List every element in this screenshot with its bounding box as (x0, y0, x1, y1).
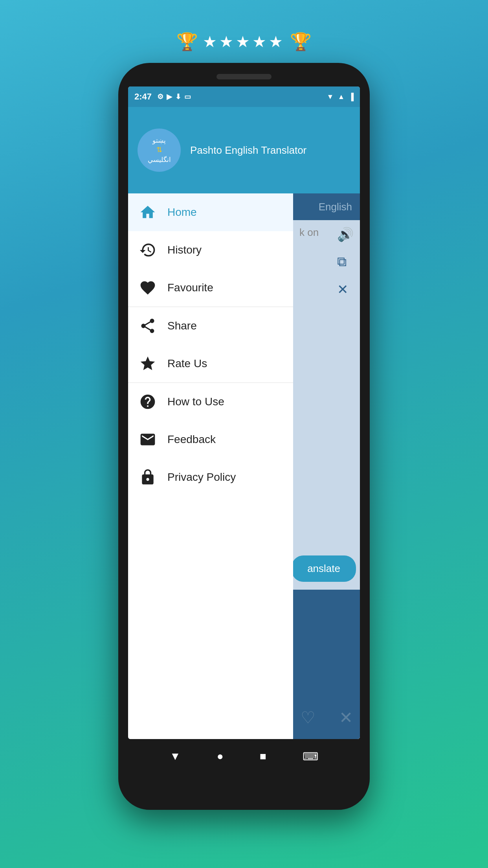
translate-area: k on 🔊 ⧉ ✕ anslate (293, 220, 360, 590)
nav-item-feedback[interactable]: Feedback (128, 421, 293, 458)
status-right-icons: ▼ ▲ ▐ (327, 93, 354, 101)
result-heart-icon[interactable]: ♡ (301, 708, 316, 727)
translate-button[interactable]: anslate (293, 555, 356, 582)
nav-label-favourite: Favourite (167, 281, 213, 294)
nav-item-home[interactable]: Home (128, 193, 293, 231)
close-icon[interactable]: ✕ (337, 281, 354, 297)
nav-label-history: History (167, 244, 202, 256)
nav-label-home: Home (167, 206, 197, 219)
logo-english: انگليسي (148, 155, 171, 165)
result-area: ♡ ✕ (293, 590, 360, 739)
signal-icon: ▲ (338, 93, 345, 101)
rating-area: 🏆 ★★★★★ 🏆 (176, 31, 312, 52)
sd-icon: ▭ (184, 92, 191, 101)
copy-icon[interactable]: ⧉ (337, 254, 354, 270)
phone-speaker (216, 74, 272, 79)
phone-device: 2:47 ⚙ ▶ ⬇ ▭ ▼ ▲ ▐ پښتو ⇅ انگليسي Pashto… (118, 63, 370, 810)
app-logo: پښتو ⇅ انگليسي (138, 129, 181, 172)
phone-nav-bar: ▼ ● ■ ⌨ (128, 741, 360, 772)
nav-item-how-to-use[interactable]: How to Use (128, 383, 293, 421)
logo-pashto: پښتو (152, 136, 166, 145)
trophy-right-icon: 🏆 (290, 31, 312, 52)
recent-button[interactable]: ■ (260, 750, 266, 763)
nav-item-history[interactable]: History (128, 231, 293, 269)
nav-label-share: Share (167, 320, 197, 332)
share-icon (139, 317, 156, 335)
app-header: پښتو ⇅ انگليسي Pashto English Translator (128, 107, 360, 193)
main-content: English k on 🔊 ⧉ ✕ anslate ♡ ✕ (293, 193, 360, 739)
side-icons: 🔊 ⧉ ✕ (337, 226, 354, 297)
nav-item-rate-us[interactable]: Rate Us (128, 345, 293, 383)
translate-button-label: anslate (307, 563, 340, 574)
play-icon: ▶ (167, 92, 172, 101)
feedback-email-icon (139, 431, 156, 448)
settings-icon: ⚙ (157, 92, 163, 101)
status-bar: 2:47 ⚙ ▶ ⬇ ▭ ▼ ▲ ▐ (128, 86, 360, 107)
logo-arrows: ⇅ (156, 145, 162, 155)
nav-label-how-to-use: How to Use (167, 395, 224, 408)
nav-item-privacy-policy[interactable]: Privacy Policy (128, 458, 293, 496)
result-close-icon[interactable]: ✕ (339, 708, 353, 727)
nav-label-rate-us: Rate Us (167, 357, 207, 370)
question-icon (139, 393, 156, 410)
phone-screen: 2:47 ⚙ ▶ ⬇ ▭ ▼ ▲ ▐ پښتو ⇅ انگليسي Pashto… (128, 86, 360, 739)
history-icon (139, 241, 156, 259)
screen-content: Home History (128, 193, 360, 739)
nav-label-feedback: Feedback (167, 433, 216, 446)
stars: ★★★★★ (203, 33, 285, 51)
keyboard-button[interactable]: ⌨ (303, 750, 318, 763)
trophy-left-icon: 🏆 (176, 31, 198, 52)
rate-star-icon (139, 355, 156, 372)
status-icons: ⚙ ▶ ⬇ ▭ (157, 92, 191, 101)
volume-icon[interactable]: 🔊 (337, 226, 354, 242)
favourite-icon (139, 279, 156, 296)
home-icon (139, 204, 156, 221)
privacy-lock-icon (139, 469, 156, 486)
nav-label-privacy-policy: Privacy Policy (167, 471, 236, 484)
battery-icon: ▐ (349, 93, 354, 101)
status-time: 2:47 (134, 92, 152, 102)
language-bar: English (293, 193, 360, 220)
nav-item-favourite[interactable]: Favourite (128, 269, 293, 307)
wifi-icon: ▼ (327, 93, 334, 101)
back-button[interactable]: ▼ (170, 750, 181, 763)
home-button[interactable]: ● (217, 750, 224, 763)
nav-drawer: Home History (128, 193, 293, 739)
app-title: Pashto English Translator (190, 144, 306, 156)
nav-item-share[interactable]: Share (128, 307, 293, 345)
language-label: English (319, 201, 352, 213)
download-icon: ⬇ (175, 92, 181, 101)
